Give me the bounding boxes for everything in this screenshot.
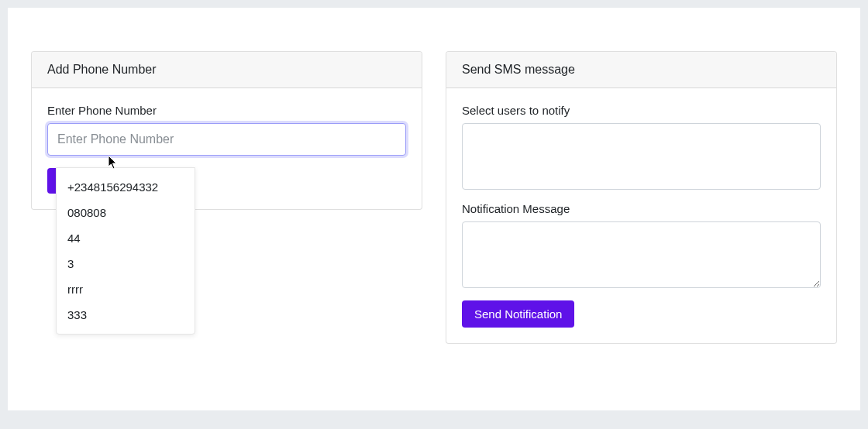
autocomplete-item[interactable]: 44 bbox=[57, 225, 195, 251]
page-container: Add Phone Number Enter Phone Number Add … bbox=[8, 8, 860, 410]
right-column: Send SMS message Select users to notify … bbox=[446, 51, 837, 344]
message-group: Notification Message bbox=[462, 202, 821, 288]
select-users-label: Select users to notify bbox=[462, 104, 821, 117]
send-notification-button[interactable]: Send Notification bbox=[462, 300, 574, 328]
message-label: Notification Message bbox=[462, 202, 821, 215]
select-users-input[interactable] bbox=[462, 123, 821, 190]
send-sms-card-header: Send SMS message bbox=[446, 52, 836, 88]
send-sms-card: Send SMS message Select users to notify … bbox=[446, 51, 837, 344]
phone-autocomplete-dropdown: +2348156294332 080808 44 3 rrrr 333 bbox=[56, 167, 195, 335]
message-input[interactable] bbox=[462, 221, 821, 288]
phone-input[interactable] bbox=[47, 123, 406, 156]
send-sms-card-body: Select users to notify Notification Mess… bbox=[446, 88, 836, 343]
add-phone-card-header: Add Phone Number bbox=[32, 52, 422, 88]
autocomplete-item[interactable]: +2348156294332 bbox=[57, 174, 195, 200]
autocomplete-item[interactable]: rrrr bbox=[57, 276, 195, 302]
autocomplete-item[interactable]: 080808 bbox=[57, 200, 195, 225]
select-users-group: Select users to notify bbox=[462, 104, 821, 190]
phone-input-label: Enter Phone Number bbox=[47, 104, 406, 117]
autocomplete-item[interactable]: 3 bbox=[57, 251, 195, 276]
autocomplete-item[interactable]: 333 bbox=[57, 302, 195, 328]
